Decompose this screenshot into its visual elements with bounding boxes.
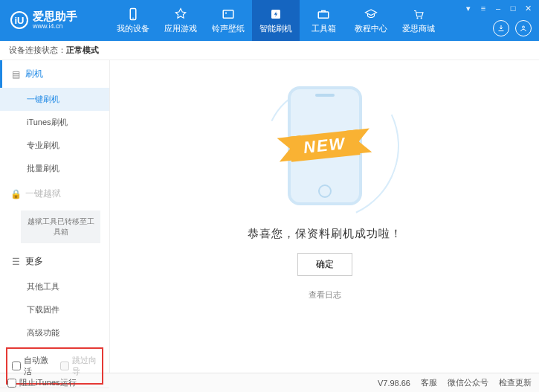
- jailbreak-note[interactable]: 越狱工具已转移至工具箱: [21, 211, 100, 243]
- minimize-icon[interactable]: –: [493, 3, 503, 13]
- flash-icon: [269, 7, 283, 21]
- check-update-link[interactable]: 检查更新: [499, 377, 532, 388]
- svg-rect-2: [223, 10, 233, 18]
- nav-toolbox[interactable]: 工具箱: [300, 0, 347, 41]
- settings-icon[interactable]: ≡: [478, 3, 488, 13]
- sidebar-head-flash[interactable]: ▤ 刷机: [0, 60, 109, 88]
- nav-ringtones[interactable]: 铃声壁纸: [204, 0, 252, 41]
- skip-guide-checkbox[interactable]: 跳过向导: [60, 355, 98, 377]
- maximize-icon[interactable]: □: [508, 3, 518, 13]
- list-icon: ▤: [10, 69, 21, 80]
- sidebar-item-batch[interactable]: 批量刷机: [0, 157, 109, 180]
- menu-icon[interactable]: ▾: [463, 3, 474, 13]
- lock-icon: 🔒: [10, 189, 21, 199]
- logo-icon: iU: [10, 11, 28, 29]
- svg-point-1: [132, 17, 134, 19]
- more-icon: ☰: [10, 257, 21, 267]
- success-message: 恭喜您，保资料刷机成功啦！: [248, 227, 402, 241]
- svg-point-8: [523, 26, 525, 28]
- nav-apps[interactable]: 应用游戏: [157, 0, 204, 41]
- close-icon[interactable]: ✕: [523, 3, 533, 13]
- toolbox-icon: [317, 7, 330, 21]
- view-log-link[interactable]: 查看日志: [309, 289, 341, 301]
- sidebar-item-itunes[interactable]: iTunes刷机: [0, 111, 109, 134]
- version-label: V7.98.66: [378, 379, 410, 388]
- sidebar-item-oneclick[interactable]: 一键刷机: [0, 88, 109, 111]
- sidebar-item-firmware[interactable]: 下载固件: [0, 298, 109, 321]
- svg-point-3: [225, 12, 227, 13]
- auto-activate-checkbox[interactable]: 自动激活: [12, 355, 50, 377]
- sidebar-head-jailbreak[interactable]: 🔒 一键越狱: [0, 180, 109, 208]
- ok-button[interactable]: 确定: [297, 253, 352, 276]
- sidebar-item-othertools[interactable]: 其他工具: [0, 275, 109, 298]
- logo-title: 爱思助手: [33, 10, 77, 23]
- apps-icon: [174, 7, 187, 21]
- main-panel: NEW 恭喜您，保资料刷机成功啦！ 确定 查看日志: [110, 60, 539, 373]
- block-itunes-checkbox[interactable]: 阻止iTunes运行: [7, 377, 77, 388]
- svg-rect-5: [318, 12, 329, 18]
- status-mode: 正常模式: [66, 45, 99, 56]
- customer-service-link[interactable]: 客服: [421, 377, 437, 388]
- user-button[interactable]: [515, 20, 532, 36]
- logo: iU 爱思助手 www.i4.cn: [0, 10, 109, 30]
- status-bar: 设备连接状态： 正常模式: [0, 41, 539, 60]
- app-header: iU 爱思助手 www.i4.cn 我的设备 应用游戏 铃声壁纸 智能刷机 工具…: [0, 0, 539, 41]
- sidebar-item-pro[interactable]: 专业刷机: [0, 134, 109, 157]
- download-button[interactable]: [493, 20, 509, 36]
- nav-tutorials[interactable]: 教程中心: [347, 0, 395, 41]
- logo-url: www.i4.cn: [33, 23, 77, 30]
- phone-icon: [126, 7, 140, 21]
- svg-point-7: [421, 17, 422, 19]
- nav-smart-flash[interactable]: 智能刷机: [252, 0, 300, 41]
- sidebar-item-advanced[interactable]: 高级功能: [0, 321, 109, 344]
- window-controls: ▾ ≡ – □ ✕: [463, 3, 533, 13]
- nav-store[interactable]: 爱思商城: [395, 0, 442, 41]
- cart-icon: [412, 7, 425, 21]
- sidebar-head-more[interactable]: ☰ 更多: [0, 248, 109, 275]
- nav-my-device[interactable]: 我的设备: [109, 0, 157, 41]
- sidebar: ▤ 刷机 一键刷机 iTunes刷机 专业刷机 批量刷机 🔒 一键越狱 越狱工具…: [0, 60, 110, 373]
- wechat-link[interactable]: 微信公众号: [448, 377, 488, 388]
- graduation-icon: [364, 7, 378, 21]
- image-icon: [222, 7, 235, 21]
- success-illustration: NEW: [251, 83, 399, 209]
- status-prefix: 设备连接状态：: [9, 45, 66, 56]
- svg-point-6: [416, 17, 418, 19]
